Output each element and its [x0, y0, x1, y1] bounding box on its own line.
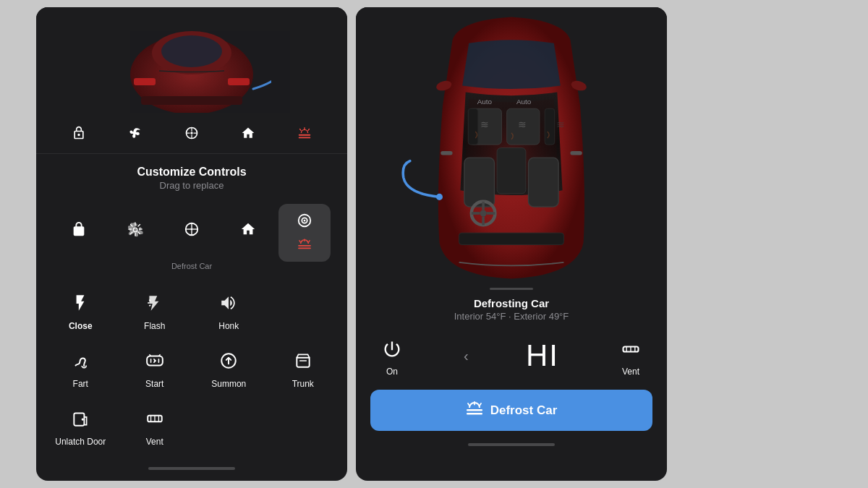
svg-rect-47: [529, 158, 559, 207]
defrost-icon-active[interactable]: [292, 120, 318, 146]
climate-controls-row: On ‹ HI Vent: [356, 328, 667, 384]
ctrl-steering-icon: [184, 221, 200, 241]
car-interior-svg: ≋ ≋ ≋ Auto Auto: [388, 7, 634, 282]
car-rear-image: [112, 7, 271, 113]
home-indicator-left: [148, 467, 235, 470]
exterior-temp: Exterior 49°F: [514, 311, 569, 322]
svg-text:Auto: Auto: [477, 98, 493, 106]
svg-rect-65: [467, 413, 482, 415]
svg-rect-38: [545, 108, 555, 145]
customize-title: Customize Controls: [51, 166, 333, 179]
customize-header: Customize Controls Drag to replace: [36, 154, 347, 197]
fart-icon: [71, 351, 90, 374]
svg-rect-8: [299, 134, 311, 136]
vent-button[interactable]: Vent: [616, 335, 645, 377]
interior-temp: Interior 54°F: [454, 311, 506, 322]
flash-label: Flash: [144, 321, 165, 331]
svg-point-49: [480, 210, 487, 216]
lock-icon[interactable]: [66, 120, 92, 146]
svg-rect-20: [298, 245, 311, 247]
ctrl-slot-defrost[interactable]: [278, 204, 331, 262]
vent-label-right: Vent: [622, 367, 639, 377]
svg-point-55: [436, 194, 443, 200]
action-summon[interactable]: Summon: [192, 340, 266, 398]
svg-rect-21: [298, 248, 311, 249]
svg-rect-45: [497, 148, 526, 194]
summon-icon: [219, 351, 238, 374]
defrost-car-button[interactable]: Defrost Car: [370, 390, 652, 431]
svg-rect-5: [141, 96, 242, 105]
svg-text:≋: ≋: [556, 119, 565, 130]
close-lightning-icon: [71, 294, 90, 317]
action-close[interactable]: Close: [43, 282, 118, 340]
ctrl-target-icon: [297, 213, 312, 233]
defrosting-info: Defrosting Car Interior 54°F · Exterior …: [356, 290, 667, 328]
ctrl-lock-icon: [71, 221, 87, 241]
action-flash[interactable]: Flash: [118, 282, 192, 340]
trunk-icon: [294, 351, 312, 374]
temperature-display: HI: [526, 338, 559, 373]
svg-point-19: [304, 220, 306, 222]
action-fart[interactable]: Fart: [43, 340, 118, 398]
unlatch-door-label: Unlatch Door: [55, 437, 106, 447]
svg-point-12: [190, 228, 193, 231]
action-unlatch-door[interactable]: Unlatch Door: [43, 398, 118, 455]
action-honk[interactable]: Honk: [192, 282, 266, 340]
vent-icon-action: [145, 409, 164, 432]
svg-point-2: [161, 35, 222, 67]
action-vent[interactable]: Vent: [118, 398, 192, 455]
ctrl-slot-lock[interactable]: [53, 204, 105, 262]
svg-rect-9: [299, 137, 311, 139]
defrosting-temps: Interior 54°F · Exterior 49°F: [370, 311, 652, 322]
svg-rect-54: [459, 233, 564, 244]
power-button[interactable]: On: [378, 335, 407, 377]
home-indicator-right: [468, 443, 555, 446]
steering-icon[interactable]: [179, 120, 205, 146]
flash-icon: [145, 294, 164, 317]
fart-label: Fart: [73, 379, 88, 389]
start-icon: [145, 351, 164, 374]
svg-text:≋: ≋: [480, 119, 489, 130]
svg-rect-4: [228, 78, 250, 85]
ctrl-slot-steering[interactable]: [166, 204, 218, 262]
defrost-button-icon: [466, 401, 483, 419]
svg-text:≋: ≋: [518, 119, 527, 130]
defrost-slot-label: Defrost Car: [36, 262, 347, 276]
trunk-label: Trunk: [292, 379, 314, 389]
power-icon: [378, 335, 407, 364]
left-bottom-bar: [36, 461, 347, 481]
defrosting-title: Defrosting Car: [370, 297, 652, 309]
ctrl-slot-home[interactable]: [222, 204, 274, 262]
svg-line-23: [149, 300, 150, 301]
right-bottom-bar: [356, 437, 667, 458]
home-icon[interactable]: [235, 120, 261, 146]
svg-rect-39: [468, 108, 478, 145]
car-interior-view: ≋ ≋ ≋ Auto Auto: [356, 7, 667, 282]
quick-controls-bar: [36, 113, 347, 154]
svg-point-31: [82, 419, 84, 421]
summon-label: Summon: [211, 379, 246, 389]
ctrl-fan-icon: [127, 221, 143, 241]
ctrl-defrost-icon: [297, 239, 312, 253]
svg-rect-58: [441, 151, 452, 155]
start-label: Start: [145, 379, 163, 389]
honk-icon: [219, 294, 238, 317]
actions-grid: Close Flash Honk: [36, 276, 347, 461]
power-label: On: [386, 367, 398, 377]
svg-rect-59: [570, 151, 582, 155]
svg-rect-3: [134, 78, 156, 85]
customize-subtitle: Drag to replace: [51, 180, 333, 191]
car-image-area: [36, 7, 347, 113]
unlatch-door-icon: [71, 409, 90, 432]
customize-slots-row: [36, 197, 347, 262]
ctrl-slot-fan[interactable]: [109, 204, 161, 262]
back-arrow[interactable]: ‹: [464, 348, 469, 364]
action-start[interactable]: Start: [118, 340, 192, 398]
defrost-button-text: Defrost Car: [490, 403, 558, 418]
left-panel: Customize Controls Drag to replace: [36, 7, 347, 481]
svg-rect-46: [464, 158, 495, 207]
action-trunk[interactable]: Trunk: [266, 340, 341, 398]
honk-label: Honk: [218, 321, 239, 331]
action-empty-1: [266, 282, 341, 340]
fan-icon[interactable]: [122, 120, 148, 146]
